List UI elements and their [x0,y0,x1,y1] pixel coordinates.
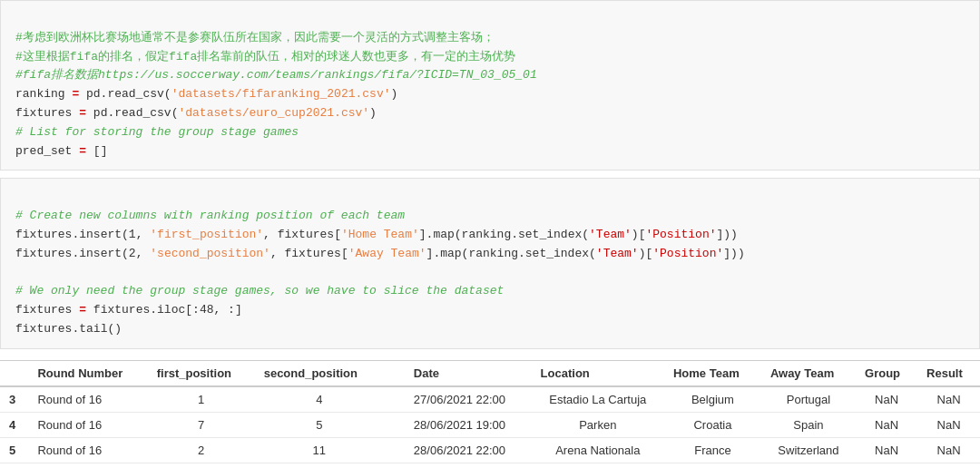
code-ranking: ranking = pd.read_csv('datasets/fifarank… [15,87,397,101]
cell-idx: 3 [0,386,28,413]
cell-result: NaN [917,437,980,463]
cell-idx: 5 [0,437,28,463]
cell-round: Round of 16 [28,463,147,468]
cell-date: 27/06/2021 22:00 [405,386,532,413]
cell-round: Round of 16 [28,437,147,463]
col-header-sp: second_position [255,360,384,386]
code-pred-set: pred_set = [] [15,144,107,158]
cell-empty [384,463,405,468]
cell-away: Germany [761,463,856,468]
cell-sp: 11 [255,437,384,463]
col-header-fp: first_position [148,360,255,386]
cell-away: Spain [761,412,856,437]
cell-home: England [664,463,761,468]
cell-sp: 4 [255,386,384,413]
cell-empty [384,412,405,437]
cell-result: NaN [917,463,980,468]
cell-idx: 6 [0,463,28,468]
cell-empty [384,386,405,413]
table-row: 4 Round of 16 7 5 28/06/2021 19:00 Parke… [0,412,980,437]
cell-home: Belgium [664,386,761,413]
cell-location: Estadio La Cartuja [532,386,664,413]
cell-fp: 3 [148,463,255,468]
comment-line-2: #这里根据fifa的排名，假定fifa排名靠前的队伍，相对的球迷人数也更多，有一… [15,50,515,63]
cell-sp: 5 [255,412,384,437]
table-body: 3 Round of 16 1 4 27/06/2021 22:00 Estad… [0,386,980,468]
code-tail: fixtures.tail() [15,322,122,336]
cell-idx: 4 [0,412,28,437]
cell-date: 29/06/2021 19:00 [405,463,532,468]
table-row: 3 Round of 16 1 4 27/06/2021 22:00 Estad… [0,386,980,413]
cell-location: Parken [532,412,664,437]
cell-fp: 2 [148,437,255,463]
table-row: 5 Round of 16 2 11 28/06/2021 22:00 Aren… [0,437,980,463]
col-header-group: Group [856,360,917,386]
cell-result: NaN [917,386,980,413]
data-table-container: Round Number first_position second_posit… [0,349,980,468]
comment-slice: # We only need the group stage games, so… [15,284,504,297]
code-block-2: # Create new columns with ranking positi… [0,178,980,348]
cell-date: 28/06/2021 22:00 [405,437,532,463]
code-fixtures: fixtures = pd.read_csv('datasets/euro_cu… [15,106,377,120]
cell-away: Portugal [761,386,856,413]
cell-home: Croatia [664,412,761,437]
cell-round: Round of 16 [28,386,147,413]
cell-away: Switzerland [761,437,856,463]
col-header-round: Round Number [28,360,147,386]
cell-date: 28/06/2021 19:00 [405,412,532,437]
cell-group: NaN [856,463,917,468]
code-insert-2: fixtures.insert(2, 'second_position', fi… [15,247,745,260]
cell-fp: 7 [148,412,255,437]
cell-home: France [664,437,761,463]
comment-url: #fifa排名数据https://us.soccerway.com/teams/… [15,68,537,82]
cell-group: NaN [856,412,917,437]
cell-result: NaN [917,412,980,437]
code-iloc: fixtures = fixtures.iloc[:48, :] [15,303,242,317]
cell-sp: 9 [255,463,384,468]
col-header-home: Home Team [664,360,761,386]
cell-fp: 1 [148,386,255,413]
comment-line-1: #考虑到欧洲杯比赛场地通常不是参赛队伍所在国家，因此需要一个灵活的方式调整主客场… [15,31,495,44]
cell-location: Wembley Stadium [532,463,664,468]
cell-group: NaN [856,386,917,413]
cell-location: Arena Nationala [532,437,664,463]
code-block-1: #考虑到欧洲杯比赛场地通常不是参赛队伍所在国家，因此需要一个灵活的方式调整主客场… [0,0,980,171]
col-header-location: Location [532,360,664,386]
table-header-row: Round Number first_position second_posit… [0,360,980,386]
col-header-sp2 [384,360,405,386]
results-table: Round Number first_position second_posit… [0,360,980,468]
table-row: 6 Round of 16 3 9 29/06/2021 19:00 Wembl… [0,463,980,468]
cell-group: NaN [856,437,917,463]
col-header-away: Away Team [761,360,856,386]
col-header-idx [0,360,28,386]
cell-empty [384,437,405,463]
col-header-date: Date [405,360,532,386]
comment-columns: # Create new columns with ranking positi… [15,209,405,222]
code-insert-1: fixtures.insert(1, 'first_position', fix… [15,228,738,241]
comment-list: # List for storing the group stage games [15,125,299,139]
col-header-result: Result [917,360,980,386]
cell-round: Round of 16 [28,412,147,437]
